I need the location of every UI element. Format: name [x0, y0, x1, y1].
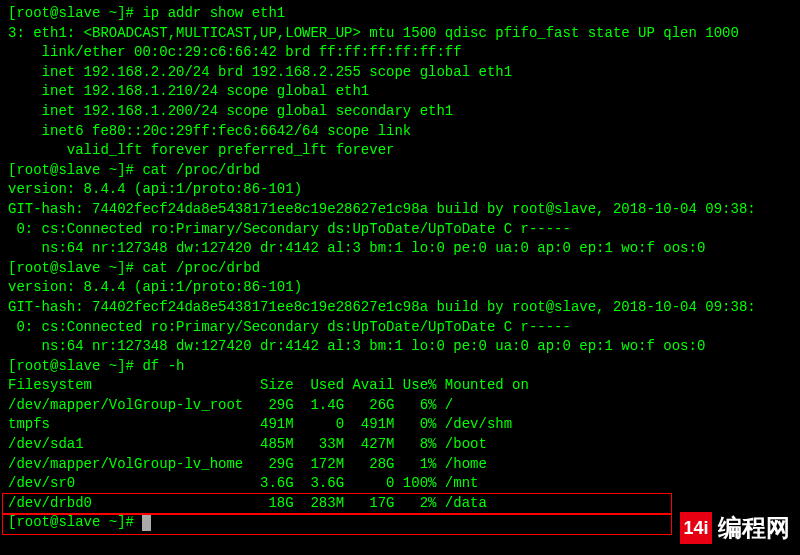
df-row-1: /dev/mapper/VolGroup-lv_root 29G 1.4G 26…: [8, 396, 792, 416]
drbd2-output-1: version: 8.4.4 (api:1/proto:86-101): [8, 278, 792, 298]
df-row-4: /dev/mapper/VolGroup-lv_home 29G 172M 28…: [8, 455, 792, 475]
ip-output-1: 3: eth1: <BROADCAST,MULTICAST,UP,LOWER_U…: [8, 24, 792, 44]
prompt: [root@slave ~]#: [8, 514, 142, 530]
ip-output-2: link/ether 00:0c:29:c6:66:42 brd ff:ff:f…: [8, 43, 792, 63]
df-row-3: /dev/sda1 485M 33M 427M 8% /boot: [8, 435, 792, 455]
drbd1-output-2: GIT-hash: 74402fecf24da8e5438171ee8c19e2…: [8, 200, 792, 220]
prompt: [root@slave ~]#: [8, 5, 142, 21]
drbd1-output-3: 0: cs:Connected ro:Primary/Secondary ds:…: [8, 220, 792, 240]
prompt: [root@slave ~]#: [8, 358, 142, 374]
df-row-5: /dev/sr0 3.6G 3.6G 0 100% /mnt: [8, 474, 792, 494]
watermark: 14i 编程网: [680, 511, 790, 545]
drbd1-output-4: ns:64 nr:127348 dw:127420 dr:4142 al:3 b…: [8, 239, 792, 259]
command-2: cat /proc/drbd: [142, 162, 260, 178]
ip-output-7: valid_lft forever preferred_lft forever: [8, 141, 792, 161]
command-1: ip addr show eth1: [142, 5, 285, 21]
drbd2-output-4: ns:64 nr:127348 dw:127420 dr:4142 al:3 b…: [8, 337, 792, 357]
prompt-line-1: [root@slave ~]# ip addr show eth1: [8, 4, 792, 24]
cursor: [142, 515, 151, 531]
drbd2-output-2: GIT-hash: 74402fecf24da8e5438171ee8c19e2…: [8, 298, 792, 318]
ip-output-3: inet 192.168.2.20/24 brd 192.168.2.255 s…: [8, 63, 792, 83]
prompt-line-2: [root@slave ~]# cat /proc/drbd: [8, 161, 792, 181]
ip-output-5: inet 192.168.1.200/24 scope global secon…: [8, 102, 792, 122]
ip-output-6: inet6 fe80::20c:29ff:fec6:6642/64 scope …: [8, 122, 792, 142]
df-row-6: /dev/drbd0 18G 283M 17G 2% /data: [8, 494, 792, 514]
prompt-line-5[interactable]: [root@slave ~]#: [8, 513, 792, 533]
prompt-line-3: [root@slave ~]# cat /proc/drbd: [8, 259, 792, 279]
ip-output-4: inet 192.168.1.210/24 scope global eth1: [8, 82, 792, 102]
watermark-icon: 14i: [680, 512, 712, 544]
prompt: [root@slave ~]#: [8, 260, 142, 276]
command-3: cat /proc/drbd: [142, 260, 260, 276]
drbd2-output-3: 0: cs:Connected ro:Primary/Secondary ds:…: [8, 318, 792, 338]
watermark-text: 编程网: [718, 511, 790, 545]
df-header: Filesystem Size Used Avail Use% Mounted …: [8, 376, 792, 396]
prompt-line-4: [root@slave ~]# df -h: [8, 357, 792, 377]
drbd1-output-1: version: 8.4.4 (api:1/proto:86-101): [8, 180, 792, 200]
prompt: [root@slave ~]#: [8, 162, 142, 178]
df-row-2: tmpfs 491M 0 491M 0% /dev/shm: [8, 415, 792, 435]
command-4: df -h: [142, 358, 184, 374]
